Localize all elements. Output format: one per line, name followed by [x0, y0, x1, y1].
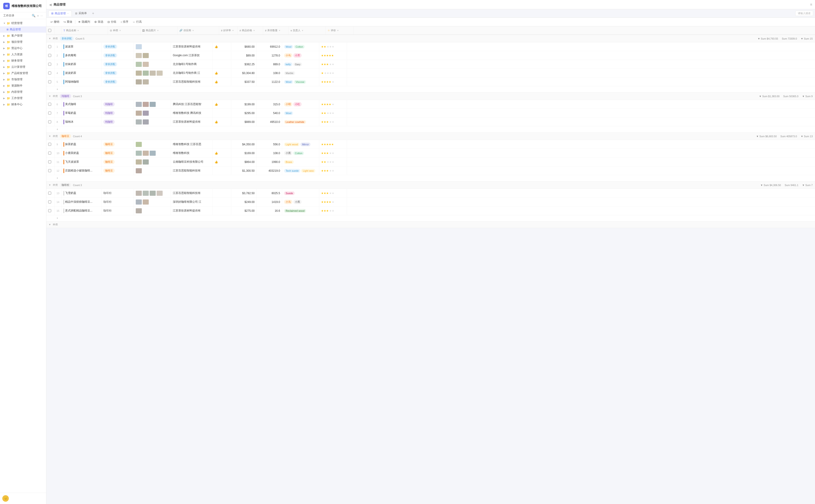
td-type[interactable]: 纯咖啡 — [101, 109, 134, 117]
td-type[interactable]: 拿铁拼配 — [101, 78, 134, 86]
td-type[interactable]: 咖啡豆 — [101, 149, 134, 157]
td-type[interactable]: 纯咖啡 — [101, 100, 134, 109]
td-check[interactable] — [46, 60, 55, 68]
td-check[interactable] — [46, 69, 55, 77]
row-height-button[interactable]: ↔ 行高 — [131, 19, 144, 25]
sidebar-item-项目管理[interactable]: ▶ 📁 项目管理 — [0, 39, 46, 45]
td-type[interactable]: 咖啡豆 — [101, 166, 134, 175]
td-name[interactable]: 抹茶奶盖 — [62, 140, 101, 149]
row-checkbox[interactable] — [48, 103, 51, 106]
redo-button[interactable]: ↪ 重做 — [62, 19, 74, 25]
sidebar-item-财务管理[interactable]: ▶ 📁 财务管理 — [0, 58, 46, 64]
td-type[interactable]: 咖啡粉 — [101, 189, 134, 197]
td-check[interactable] — [46, 100, 55, 109]
th-img[interactable]: 🖼 商品图片 ▼ — [140, 26, 177, 34]
td-check[interactable] — [46, 118, 55, 126]
td-name[interactable]: 庄园精选小罐装咖啡... — [62, 166, 101, 175]
sidebar-item-经营管理[interactable]: ▼ 📁 经营管理 — [0, 20, 46, 26]
group-collapse-icon[interactable]: ▼ — [49, 37, 51, 40]
sidebar-item-客户管理[interactable]: ▶ 📁 客户管理 — [0, 33, 46, 39]
td-name[interactable]: 飞雪奶盖 — [62, 189, 101, 197]
row-checkbox[interactable] — [48, 120, 51, 123]
row-checkbox[interactable] — [48, 152, 51, 155]
sidebar-item-商品管理[interactable]: ⊞ 商品管理 — [0, 26, 46, 33]
add-row-button[interactable]: + — [46, 126, 815, 132]
td-type[interactable]: 咖啡粉 — [101, 198, 134, 206]
row-checkbox[interactable] — [48, 209, 51, 212]
td-check[interactable] — [46, 42, 55, 51]
sidebar-item-财务中心[interactable]: ▶ 📁 财务中心 — [0, 101, 46, 108]
sidebar-item-市场管理[interactable]: ▶ 📁 市场管理 — [0, 76, 46, 83]
collapse-icon[interactable]: ◀ — [49, 3, 52, 6]
td-name[interactable]: 意式拼配精品咖啡豆... — [62, 206, 101, 215]
row-checkbox[interactable] — [48, 54, 51, 57]
row-checkbox[interactable] — [48, 200, 51, 203]
td-check[interactable] — [46, 78, 55, 86]
td-check[interactable] — [46, 51, 55, 60]
td-name[interactable]: 多肉葡萄 — [62, 51, 101, 60]
hide-cols-button[interactable]: 👁 隐藏列 — [76, 19, 92, 25]
row-checkbox[interactable] — [48, 45, 51, 48]
td-type[interactable]: 拿铁拼配 — [101, 69, 134, 77]
th-price[interactable]: # 商品价格 ▼ — [238, 26, 263, 34]
td-name[interactable]: 美式咖啡 — [62, 100, 101, 109]
row-checkbox[interactable] — [48, 63, 51, 66]
th-rating[interactable]: # 好评率 ▼ — [219, 26, 238, 34]
td-type[interactable]: 纯咖啡 — [101, 118, 134, 126]
sidebar-item-营运中心[interactable]: ▶ 📁 营运中心 — [0, 45, 46, 51]
group-button[interactable]: ⊟ 分组 — [106, 19, 118, 25]
add-row-button[interactable]: + — [46, 215, 815, 221]
td-check[interactable] — [46, 140, 55, 149]
td-check[interactable] — [46, 166, 55, 175]
sidebar-item-工作管理[interactable]: ▶ 📁 工作管理 — [0, 95, 46, 101]
add-dir-icon[interactable]: + — [37, 14, 39, 18]
filter-button[interactable]: ⚙ 筛选 — [92, 19, 105, 25]
th-manager[interactable]: ≡ 负责人 ▼ — [289, 26, 326, 34]
td-check[interactable] — [46, 149, 55, 157]
row-checkbox[interactable] — [48, 160, 51, 163]
th-supplier[interactable]: 🔗 供应商 ▼ — [177, 26, 219, 34]
add-tab-button[interactable]: + — [90, 10, 96, 16]
sidebar-item-云计算管理[interactable]: ▶ 📁 云计算管理 — [0, 64, 46, 70]
td-type[interactable]: 咖啡豆 — [101, 140, 134, 149]
undo-button[interactable]: ↩ 撤销 — [49, 19, 61, 25]
group-collapse-icon[interactable]: ▼ — [49, 184, 51, 186]
tab-more-icon[interactable]: ··· — [67, 12, 69, 15]
th-type[interactable]: ◎ 种类 ▼ — [108, 26, 140, 34]
td-check[interactable] — [46, 109, 55, 117]
sidebar-item-资源附件[interactable]: ▶ 📁 资源附件 — [0, 83, 46, 89]
td-name[interactable]: 草莓奶盖 — [62, 109, 101, 117]
td-name[interactable]: 精品中深烘焙咖啡豆... — [62, 198, 101, 206]
td-check[interactable] — [46, 158, 55, 166]
row-checkbox[interactable] — [48, 169, 51, 172]
td-type[interactable]: 咖啡豆 — [101, 158, 134, 166]
group-collapse-icon[interactable]: ▼ — [49, 95, 51, 97]
th-score[interactable]: ☆ 评价 ▼ — [326, 26, 354, 34]
td-type[interactable]: 拿铁拼配 — [101, 42, 134, 51]
td-name[interactable]: 丝袜奶茶 — [62, 60, 101, 68]
more-icon[interactable]: ··· — [40, 14, 43, 17]
td-name[interactable]: 波波奶茶 — [62, 69, 101, 77]
td-name[interactable]: 阿瑞纳咖啡 — [62, 78, 101, 86]
td-check[interactable] — [46, 206, 55, 215]
td-name[interactable]: 瑞纳冰 — [62, 118, 101, 126]
td-type[interactable]: 拿铁拼配 — [101, 60, 134, 68]
row-checkbox[interactable] — [48, 112, 51, 115]
tab-商品管理[interactable]: ⊞ 商品管理 ··· — [48, 10, 72, 16]
row-checkbox[interactable] — [48, 80, 51, 83]
group-collapse-icon[interactable]: ▼ — [49, 135, 51, 137]
td-name[interactable]: 小鹿茶奶盖 — [62, 149, 101, 157]
sidebar-item-内容管理[interactable]: ▶ 📁 内容管理 — [0, 89, 46, 95]
add-row-button[interactable]: + — [46, 175, 815, 181]
td-type[interactable]: 咖啡粉 — [101, 206, 134, 215]
td-name[interactable]: 飞天波波茶 — [62, 158, 101, 166]
td-check[interactable] — [46, 198, 55, 206]
td-name[interactable]: 波波茶 — [62, 42, 101, 51]
th-check[interactable] — [46, 26, 55, 34]
row-checkbox[interactable] — [48, 72, 51, 75]
user-avatar[interactable]: 😊 — [2, 495, 9, 502]
td-check[interactable] — [46, 189, 55, 197]
td-type[interactable]: 拿铁拼配 — [101, 51, 134, 60]
group-collapse-icon[interactable]: ▼ — [49, 223, 51, 226]
add-row-button[interactable]: + — [46, 86, 815, 92]
